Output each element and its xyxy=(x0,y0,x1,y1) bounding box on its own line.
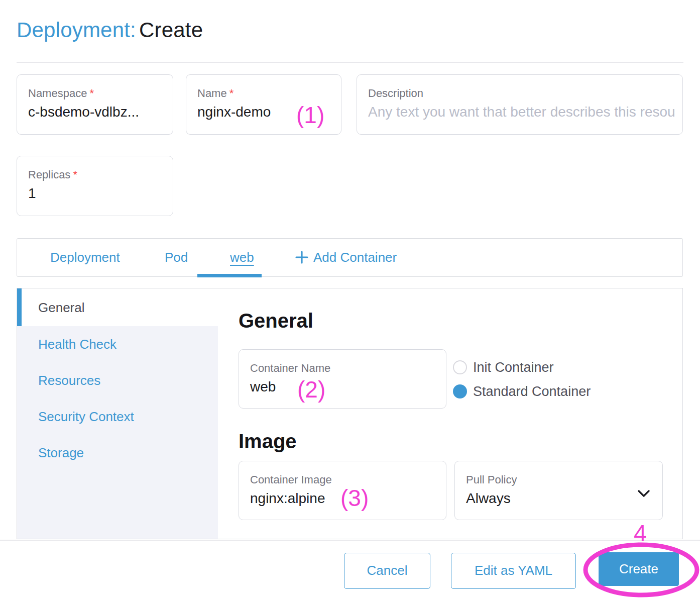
active-item-accent-bar xyxy=(17,288,22,326)
container-tabbar: Deployment Pod web Add Container xyxy=(17,238,683,277)
page-title: Deployment:Create xyxy=(17,18,203,42)
sidebar-item-label: Storage xyxy=(38,445,84,461)
replicas-label: Replicas* xyxy=(28,168,77,181)
container-name-label: Container Name xyxy=(250,362,330,375)
container-config-sidebar: General Health Check Resources Security … xyxy=(17,288,218,539)
sidebar-item-label: Health Check xyxy=(38,337,116,352)
footer-divider xyxy=(0,540,700,541)
description-field[interactable]: Description Any text you want that bette… xyxy=(357,74,683,135)
sidebar-item-resources[interactable]: Resources xyxy=(17,362,218,398)
sidebar-item-label: Resources xyxy=(38,373,100,388)
radio-selected-icon[interactable] xyxy=(453,384,467,398)
init-container-radio-label: Init Container xyxy=(473,360,554,375)
sidebar-items-group: Health Check Resources Security Context … xyxy=(17,326,218,539)
annotation-step-4: 4 xyxy=(634,520,647,547)
sidebar-item-label: General xyxy=(38,300,85,315)
container-name-value: web xyxy=(250,379,276,395)
tab-pod[interactable]: Pod xyxy=(165,239,188,276)
standard-container-radio-label: Standard Container xyxy=(473,384,591,400)
namespace-select[interactable]: Namespace* c-bsdemo-vdlbz... xyxy=(17,74,173,135)
annotation-step-2: (2) xyxy=(297,376,325,403)
description-label: Description xyxy=(368,87,423,100)
radio-unselected-icon[interactable] xyxy=(453,360,467,374)
required-asterisk: * xyxy=(89,87,94,99)
create-button[interactable]: Create xyxy=(599,552,679,586)
namespace-value: c-bsdemo-vdlbz... xyxy=(28,104,139,120)
sidebar-item-storage[interactable]: Storage xyxy=(17,435,218,471)
name-label: Name* xyxy=(197,87,234,100)
tab-add-container[interactable]: Add Container xyxy=(295,239,397,276)
chevron-down-icon[interactable] xyxy=(637,489,650,498)
required-asterisk: * xyxy=(73,168,77,181)
tab-deployment[interactable]: Deployment xyxy=(50,239,120,276)
pull-policy-label: Pull Policy xyxy=(466,473,517,486)
deployment-create-page: Deployment:Create Namespace* c-bsdemo-vd… xyxy=(0,0,700,598)
container-image-label: Container Image xyxy=(250,473,332,486)
description-placeholder: Any text you want that better describes … xyxy=(368,104,675,120)
pull-policy-select[interactable]: Pull Policy Always xyxy=(454,461,663,520)
tab-web[interactable]: web xyxy=(230,239,254,276)
page-title-action: Create xyxy=(139,18,203,42)
sidebar-item-label: Security Context xyxy=(38,409,134,425)
replicas-value: 1 xyxy=(28,185,36,202)
title-divider xyxy=(17,62,683,63)
plus-icon xyxy=(295,241,308,278)
pull-policy-value: Always xyxy=(466,490,511,507)
annotation-step-3: (3) xyxy=(340,484,369,512)
namespace-label: Namespace* xyxy=(28,87,94,100)
active-tab-underline xyxy=(197,274,262,277)
required-asterisk: * xyxy=(229,87,234,99)
page-title-resource: Deployment: xyxy=(17,18,136,42)
sidebar-item-security-context[interactable]: Security Context xyxy=(17,398,218,435)
replicas-field[interactable]: Replicas* 1 xyxy=(17,156,173,216)
container-name-field[interactable]: Container Name web xyxy=(239,349,446,409)
sidebar-item-general[interactable]: General xyxy=(17,288,218,326)
general-section-heading: General xyxy=(239,310,313,332)
sidebar-item-health-check[interactable]: Health Check xyxy=(17,326,218,362)
image-section-heading: Image xyxy=(239,430,297,453)
edit-as-yaml-button[interactable]: Edit as YAML xyxy=(451,553,576,589)
name-value: nginx-demo xyxy=(197,104,271,120)
container-image-value: nginx:alpine xyxy=(250,490,325,507)
annotation-step-1: (1) xyxy=(296,102,324,129)
cancel-button[interactable]: Cancel xyxy=(344,553,430,589)
